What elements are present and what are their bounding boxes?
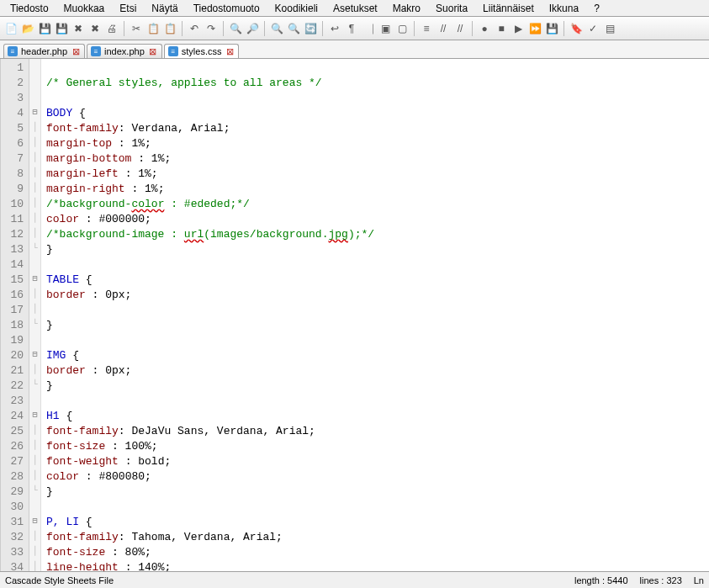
open-file-icon[interactable]: 📂 (20, 21, 35, 36)
editor-area[interactable]: 1234567891011121314151617181920212223242… (0, 59, 709, 571)
code-line[interactable]: line-height : 140%; (46, 560, 704, 571)
stop-macro-icon[interactable]: ■ (494, 21, 509, 36)
code-line[interactable]: } (46, 379, 704, 394)
menu-nyt[interactable]: Näytä (145, 2, 184, 15)
paste-icon[interactable]: 📋 (162, 21, 177, 36)
menu-liitnniset[interactable]: Liitännäiset (476, 2, 541, 15)
code-line[interactable] (46, 500, 704, 515)
close-icon[interactable]: ⊠ (71, 46, 81, 56)
zoom-out-icon[interactable]: 🔍 (286, 21, 301, 36)
close-file-icon[interactable]: ✖ (71, 21, 86, 36)
menu-makro[interactable]: Makro (386, 2, 427, 15)
fold-marker: │ (29, 422, 40, 437)
fold-column[interactable]: ⊟││││││││└ ⊟││└ ⊟│└ ⊟││││└ ⊟│││ (29, 59, 41, 571)
code-line[interactable]: P, LI { (46, 515, 704, 530)
bookmark-icon[interactable]: 🔖 (569, 21, 584, 36)
code-line[interactable]: } (46, 485, 704, 500)
fold-marker[interactable]: ⊟ (29, 513, 40, 528)
code-line[interactable]: TABLE { (46, 273, 704, 288)
code-line[interactable] (46, 333, 704, 348)
redo-icon[interactable]: ↷ (204, 21, 219, 36)
record-macro-icon[interactable]: ● (477, 21, 492, 36)
code-line[interactable]: margin-bottom : 1%; (46, 151, 704, 167)
close-icon[interactable]: ⊠ (225, 46, 235, 56)
code-line[interactable] (46, 257, 704, 273)
zoom-in-icon[interactable]: 🔍 (269, 21, 284, 36)
menu-tiedostomuoto[interactable]: Tiedostomuoto (187, 2, 267, 15)
code-view[interactable]: /* General styles, applies to all areas … (41, 59, 709, 571)
fast-forward-icon[interactable]: ⏩ (527, 21, 542, 36)
print-icon[interactable]: 🖨 (104, 21, 119, 36)
copy-icon[interactable]: 📋 (146, 21, 161, 36)
code-line[interactable]: color : #000000; (46, 212, 704, 227)
code-line[interactable]: /*background-image : url(images/backgrou… (46, 227, 704, 242)
code-line[interactable]: border : 0px; (46, 363, 704, 379)
tab-index-php[interactable]: ≡index.php⊠ (87, 44, 162, 58)
code-line[interactable]: font-family: DeJaVu Sans, Verdana, Arial… (46, 424, 704, 439)
fold-marker[interactable]: ⊟ (29, 271, 40, 286)
code-line[interactable] (46, 394, 704, 409)
code-line[interactable] (46, 61, 704, 76)
menu-[interactable]: ? (587, 2, 606, 15)
code-line[interactable]: BODY { (46, 106, 704, 121)
menu-ikkuna[interactable]: Ikkuna (542, 2, 585, 15)
tab-label: header.php (21, 46, 67, 56)
fold-marker[interactable]: ⊟ (29, 347, 40, 362)
code-line[interactable]: font-size : 100%; (46, 439, 704, 454)
fold-marker: └ (29, 316, 40, 331)
save-macro-icon[interactable]: 💾 (544, 21, 559, 36)
code-line[interactable]: font-weight : bold; (46, 454, 704, 469)
menu-muokkaa[interactable]: Muokkaa (57, 2, 112, 15)
save-file-icon[interactable]: 💾 (37, 21, 52, 36)
code-line[interactable] (46, 303, 704, 318)
code-line[interactable]: margin-top : 1%; (46, 136, 704, 151)
uncomment-icon[interactable]: // (452, 21, 468, 36)
line-number: 22 (4, 379, 24, 394)
play-macro-icon[interactable]: ▶ (511, 21, 526, 36)
code-line[interactable] (46, 91, 704, 106)
toolbar-separator (563, 21, 564, 36)
fold-marker[interactable]: ⊟ (29, 104, 40, 119)
code-line[interactable]: /* General styles, applies to all areas … (46, 76, 704, 91)
fold-marker[interactable]: ⊟ (29, 407, 40, 422)
find-icon[interactable]: 🔍 (228, 21, 243, 36)
unfold-all-icon[interactable]: ▢ (394, 21, 410, 36)
code-line[interactable]: } (46, 318, 704, 333)
indent-guide-icon[interactable]: ⎹ (361, 21, 376, 36)
close-icon[interactable]: ⊠ (148, 46, 158, 56)
code-line[interactable]: color : #800080; (46, 469, 704, 485)
menu-etsi[interactable]: Etsi (113, 2, 143, 15)
menu-suorita[interactable]: Suorita (429, 2, 474, 15)
fold-all-icon[interactable]: ▣ (378, 21, 393, 36)
replace-icon[interactable]: 🔎 (245, 21, 260, 36)
menu-asetukset[interactable]: Asetukset (326, 2, 384, 15)
line-number: 8 (4, 167, 24, 182)
sync-icon[interactable]: 🔄 (303, 21, 318, 36)
hide-lines-icon[interactable]: ≡ (419, 21, 434, 36)
comment-icon[interactable]: // (436, 21, 451, 36)
spellcheck-icon[interactable]: ✓ (585, 21, 601, 36)
code-line[interactable]: font-family: Verdana, Arial; (46, 121, 704, 136)
cut-icon[interactable]: ✂ (129, 21, 144, 36)
word-wrap-icon[interactable]: ↩ (327, 21, 342, 36)
code-line[interactable]: font-family: Tahoma, Verdana, Arial; (46, 530, 704, 545)
undo-icon[interactable]: ↶ (187, 21, 202, 36)
tab-header-php[interactable]: ≡header.php⊠ (3, 44, 85, 58)
save-all-icon[interactable]: 💾 (54, 21, 69, 36)
menu-koodikieli[interactable]: Koodikieli (268, 2, 325, 15)
code-line[interactable]: } (46, 242, 704, 257)
fold-marker: │ (29, 180, 40, 195)
code-line[interactable]: margin-left : 1%; (46, 167, 704, 182)
code-line[interactable]: margin-right : 1%; (46, 182, 704, 197)
code-line[interactable]: H1 { (46, 409, 704, 424)
code-line[interactable]: font-size : 80%; (46, 545, 704, 560)
code-line[interactable]: IMG { (46, 348, 704, 363)
code-line[interactable]: border : 0px; (46, 288, 704, 303)
code-line[interactable]: /*background-color : #ededed;*/ (46, 197, 704, 212)
doc-map-icon[interactable]: ▤ (602, 21, 617, 36)
close-all-icon[interactable]: ✖ (87, 21, 103, 36)
menu-tiedosto[interactable]: Tiedosto (3, 2, 56, 15)
show-all-icon[interactable]: ¶ (344, 21, 359, 36)
new-file-icon[interactable]: 📄 (3, 21, 19, 36)
tab-styles-css[interactable]: ≡styles.css⊠ (164, 44, 240, 58)
